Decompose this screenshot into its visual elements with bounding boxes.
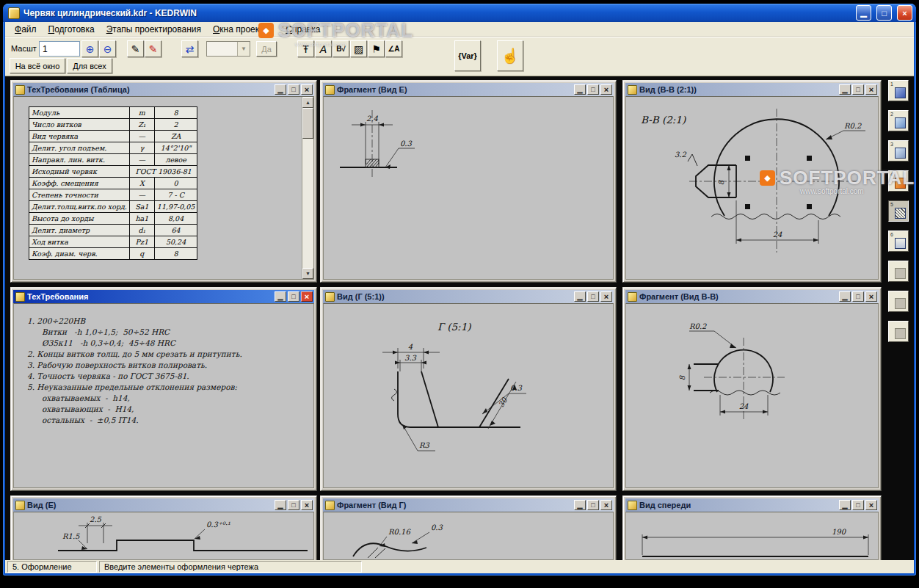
fit-all-window-button[interactable]: На всё окно	[10, 58, 65, 73]
child-title-bar[interactable]: Фрагмент (Вид В-В) ▁ □ ×	[625, 290, 879, 303]
child-maximize-button[interactable]: □	[288, 291, 299, 302]
table-cell: Направл. лин. витк.	[29, 154, 130, 166]
scroll-up-icon[interactable]: ▲	[302, 97, 313, 108]
child-minimize-button[interactable]: ▁	[574, 291, 586, 302]
child-close-button[interactable]: ×	[865, 500, 877, 510]
sidebar-stage-button-4[interactable]: 4	[888, 170, 909, 192]
child-maximize-button[interactable]: □	[587, 500, 599, 510]
child-minimize-button[interactable]: ▁	[275, 84, 286, 95]
stage-number: 6	[890, 232, 893, 237]
child-title-bar[interactable]: Вид (В-В (2:1)) ▁ □ ×	[625, 83, 879, 96]
child-close-button[interactable]: ×	[865, 84, 877, 95]
red-pen-tool-button[interactable]: ✎	[145, 40, 161, 57]
flag-tool-button[interactable]: ⚑	[368, 40, 385, 57]
techreq-line: 2. Концы витков толщ. до 5 мм срезать и …	[27, 349, 313, 360]
scroll-down-icon[interactable]: ▼	[302, 268, 313, 279]
for-all-button[interactable]: Для всех	[67, 58, 112, 73]
text-tool-button[interactable]: A	[315, 40, 332, 57]
child-close-button[interactable]: ×	[865, 291, 877, 302]
scale-input[interactable]	[39, 41, 80, 57]
dim-label: 3.3	[404, 354, 417, 362]
child-maximize-button[interactable]: □	[852, 84, 864, 95]
child-minimize-button[interactable]: ▁	[839, 500, 851, 510]
table-cell: —	[129, 189, 154, 201]
maximize-button[interactable]: □	[876, 5, 892, 21]
child-close-button[interactable]: ×	[600, 291, 612, 302]
child-maximize-button[interactable]: □	[587, 291, 599, 302]
dim-label: 30	[497, 396, 509, 409]
zoom-out-button[interactable]: ⊖	[99, 40, 116, 57]
table-cell: Вид червяка	[29, 131, 130, 142]
close-button[interactable]: ×	[897, 5, 912, 21]
chevron-down-icon[interactable]: ▼	[237, 42, 250, 56]
pen-tool-button[interactable]: ✎	[127, 40, 144, 57]
table-cell: Делит. угол подъем.	[29, 142, 130, 154]
child-maximize-button[interactable]: □	[288, 500, 299, 510]
child-close-button[interactable]: ×	[600, 500, 612, 510]
minimize-button[interactable]: ▁	[856, 5, 871, 21]
app-icon	[8, 7, 20, 19]
child-minimize-button[interactable]: ▁	[839, 84, 851, 95]
stage-icon	[895, 328, 906, 339]
status-stage: 5. Оформление	[7, 561, 97, 573]
child-close-button[interactable]: ×	[301, 84, 313, 95]
child-maximize-button[interactable]: □	[587, 84, 599, 95]
view-label: Г (5:1)	[437, 321, 471, 333]
zoom-in-button[interactable]: ⊕	[81, 40, 98, 57]
sidebar-stage-button-7[interactable]	[888, 261, 909, 282]
child-title-bar[interactable]: Вид (Г (5:1)) ▁ □ ×	[323, 290, 614, 303]
child-maximize-button[interactable]: □	[852, 500, 864, 510]
angle-dimension-button[interactable]: ∠A	[385, 40, 402, 57]
child-minimize-button[interactable]: ▁	[275, 291, 286, 302]
child-minimize-button[interactable]: ▁	[275, 500, 286, 510]
child-title-bar[interactable]: Вид спереди ▁ □ ×	[625, 498, 879, 512]
techreq-line: Витки -h 1,0÷1,5; 50÷52 HRC	[27, 327, 313, 338]
techreq-line: остальных - ±0,5 IT14.	[27, 415, 313, 426]
child-minimize-button[interactable]: ▁	[839, 291, 851, 302]
history-dropdown[interactable]: ▼	[206, 41, 250, 57]
child-title-bar[interactable]: Фрагмент (Вид Е) ▁ □ ×	[323, 83, 614, 96]
child-title-bar-active[interactable]: ТехТребования ▁ □ ×	[13, 290, 314, 303]
child-close-button[interactable]: ×	[600, 84, 612, 95]
sidebar-stage-button-1[interactable]: 1	[888, 80, 909, 101]
child-minimize-button[interactable]: ▁	[574, 84, 586, 95]
sidebar-stage-button-9[interactable]	[888, 321, 909, 342]
yes-button[interactable]: Да	[256, 41, 277, 57]
child-window-fragment-g: Фрагмент (Вид Г) ▁ □ × R0.16 0.3	[320, 496, 617, 560]
menu-preparation[interactable]: Подготовка	[43, 23, 101, 36]
child-close-button[interactable]: ×	[301, 291, 313, 302]
dimension-tool-button[interactable]: Ŧ	[297, 40, 314, 57]
child-close-button[interactable]: ×	[301, 500, 313, 510]
table-scrollbar[interactable]: ▲ ▼	[302, 97, 313, 279]
sidebar-stage-button-2[interactable]: 2	[888, 110, 909, 131]
sidebar-stage-button-6[interactable]: 6	[888, 231, 909, 252]
sidebar-stage-button-3[interactable]: 3	[888, 140, 909, 161]
dropdown-value	[207, 42, 237, 56]
variables-button[interactable]: {Var}	[454, 40, 481, 71]
techreq-line: охватываемых - h14,	[27, 393, 313, 404]
technical-drawing-fragment-g: R0.16 0.3	[324, 512, 614, 560]
menu-help[interactable]: Справка	[280, 23, 326, 36]
tolerance-tool-button[interactable]: B√	[333, 40, 349, 57]
child-window-title: Вид (Е)	[27, 501, 272, 509]
dim-label: 0.3	[400, 139, 413, 148]
menu-projection-windows[interactable]: Окна проекций	[207, 23, 280, 36]
child-title-bar[interactable]: ТехТребования (Таблица) ▁ □ ×	[13, 83, 314, 96]
child-maximize-button[interactable]: □	[852, 291, 864, 302]
table-row: Число витковZ₁2	[29, 119, 197, 131]
menu-file[interactable]: Файл	[9, 23, 43, 36]
child-maximize-button[interactable]: □	[288, 84, 299, 95]
sidebar-stage-button-8[interactable]	[888, 291, 909, 312]
child-title-bar[interactable]: Вид (Е) ▁ □ ×	[13, 498, 314, 512]
child-title-bar[interactable]: Фрагмент (Вид Г) ▁ □ ×	[323, 498, 614, 512]
child-minimize-button[interactable]: ▁	[574, 500, 586, 510]
menu-design-stages[interactable]: Этапы проектирования	[101, 23, 207, 36]
hatch-tool-button[interactable]: ▨	[350, 40, 367, 57]
sidebar-stage-button-5[interactable]: 5	[888, 200, 909, 222]
scroll-thumb[interactable]	[302, 108, 313, 139]
title-bar[interactable]: Червяк цилиндрический.kdr - KEDRWIN ▁ □ …	[3, 4, 916, 22]
table-cell: ZA	[154, 131, 197, 142]
swap-views-button[interactable]: ⇄	[181, 40, 198, 57]
approve-button[interactable]: ☝	[497, 40, 523, 71]
table-row: Делит. диаметрd₁64	[29, 225, 197, 236]
